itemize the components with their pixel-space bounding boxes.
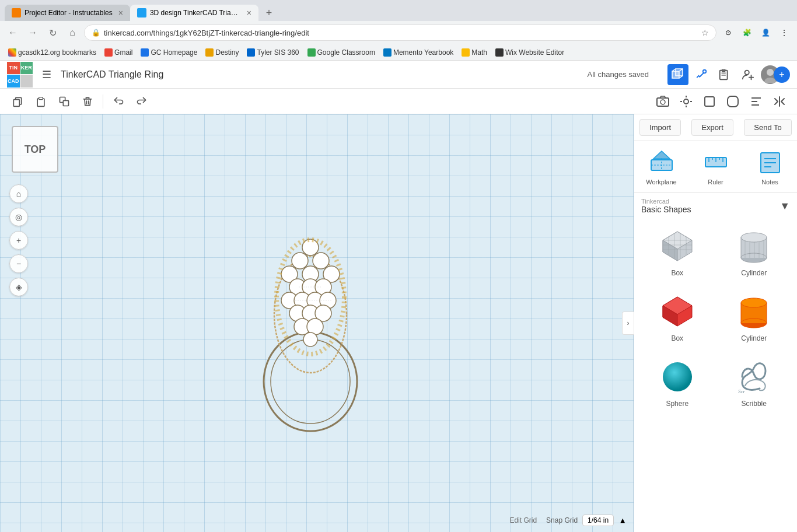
shape-outline-btn[interactable] bbox=[699, 91, 720, 112]
svg-point-10 bbox=[745, 70, 749, 74]
tab-title-tinkercad: 3D design TinkerCAD Triangle R... bbox=[150, 9, 241, 17]
shape-label-box-red: Box bbox=[671, 334, 683, 342]
ruler-tool[interactable]: Ruler bbox=[695, 148, 736, 186]
bookmark-wix[interactable]: Wix Website Editor bbox=[492, 47, 568, 58]
camera-view-btn[interactable] bbox=[652, 91, 673, 112]
notes-tool[interactable]: Notes bbox=[750, 148, 791, 186]
import-btn[interactable]: Import bbox=[639, 119, 681, 136]
send-to-btn[interactable]: Send To bbox=[744, 119, 791, 136]
canvas-collapse-btn[interactable]: › bbox=[622, 312, 634, 335]
forward-button[interactable]: → bbox=[25, 24, 41, 41]
bookmark-gmail[interactable]: Gmail bbox=[101, 47, 136, 58]
notes-icon bbox=[756, 148, 784, 176]
workplane-tool[interactable]: Workplane bbox=[641, 148, 682, 186]
bookmark-favicon-classroom bbox=[307, 48, 316, 57]
header-actions: + bbox=[667, 64, 790, 85]
rp-tools: Workplane Ruler bbox=[634, 141, 797, 193]
bookmark-favicon-wix bbox=[495, 48, 504, 57]
logo-cell-ker: KER bbox=[20, 62, 33, 75]
canvas-area[interactable]: TOP ⌂ ◎ + − ◈ bbox=[0, 114, 634, 532]
tab-title-instructables: Project Editor - Instructables bbox=[25, 9, 113, 17]
home-view-btn[interactable]: ⌂ bbox=[9, 184, 28, 203]
svg-rect-20 bbox=[63, 100, 68, 106]
bookmark-gc-homepage[interactable]: GC Homepage bbox=[137, 47, 201, 58]
shape-scribble[interactable]: Scr Scribble bbox=[718, 352, 791, 412]
svg-rect-29 bbox=[728, 96, 738, 107]
extensions-icon[interactable]: 🧩 bbox=[739, 24, 755, 41]
shape-box-gray[interactable]: Box bbox=[641, 221, 714, 282]
tab-close-instructables[interactable]: × bbox=[118, 8, 123, 18]
fit-view-btn[interactable]: ◎ bbox=[9, 208, 28, 226]
snap-grid-value[interactable]: 1/64 in bbox=[582, 514, 614, 526]
new-tab-button[interactable]: + bbox=[261, 5, 277, 21]
light-btn[interactable] bbox=[676, 91, 697, 112]
svg-point-5 bbox=[703, 69, 707, 73]
library-category: Tinkercad bbox=[641, 198, 691, 205]
home-nav-button[interactable]: ⌂ bbox=[64, 24, 81, 41]
shape-label-cylinder-orange: Cylinder bbox=[741, 334, 767, 342]
add-person-button[interactable] bbox=[737, 64, 758, 85]
tab-tinkercad[interactable]: 3D design TinkerCAD Triangle R... × bbox=[130, 5, 258, 21]
expand-snap-icon[interactable]: ▲ bbox=[618, 516, 627, 525]
more-options-icon[interactable]: ⋮ bbox=[776, 24, 792, 41]
duplicate-toolbar-btn[interactable] bbox=[54, 91, 75, 112]
align-btn[interactable] bbox=[746, 91, 767, 112]
app-menu-icon[interactable]: ☰ bbox=[40, 66, 54, 83]
undo-toolbar-btn[interactable] bbox=[108, 91, 129, 112]
shape-img-box-gray bbox=[654, 226, 701, 267]
shape-sphere-teal[interactable]: Sphere bbox=[641, 352, 714, 412]
redo-toolbar-btn[interactable] bbox=[131, 91, 152, 112]
cast-icon[interactable]: ⊙ bbox=[720, 24, 736, 41]
bookmark-math[interactable]: Math bbox=[458, 47, 491, 58]
svg-point-98 bbox=[741, 298, 767, 307]
back-button[interactable]: ← bbox=[5, 24, 21, 41]
view-label: TOP bbox=[12, 126, 58, 173]
build-mode-button[interactable] bbox=[691, 64, 712, 85]
compass-btn[interactable]: ◈ bbox=[9, 278, 28, 296]
zoom-out-btn[interactable]: − bbox=[9, 254, 28, 273]
copy-toolbar-btn[interactable] bbox=[7, 91, 28, 112]
workplane-label: Workplane bbox=[646, 178, 676, 186]
bookmark-destiny[interactable]: Destiny bbox=[202, 47, 242, 58]
bookmark-tyler[interactable]: Tyler SIS 360 bbox=[243, 47, 302, 58]
svg-rect-16 bbox=[13, 99, 19, 106]
svg-point-37 bbox=[292, 253, 308, 269]
profile-icon[interactable]: 👤 bbox=[757, 24, 774, 41]
bookmark-classroom[interactable]: Google Classroom bbox=[304, 47, 379, 58]
bookmark-label-memento: Memento Yearbook bbox=[393, 48, 453, 57]
edit-grid-btn[interactable]: Edit Grid bbox=[505, 514, 541, 527]
tab-close-tinkercad[interactable]: × bbox=[247, 8, 251, 18]
zoom-in-btn[interactable]: + bbox=[9, 231, 28, 250]
bookmark-star-icon[interactable]: ☆ bbox=[701, 28, 709, 37]
ruler-icon bbox=[702, 148, 730, 176]
export-btn[interactable]: Export bbox=[691, 119, 733, 136]
bookmark-gcasdk[interactable]: gcasdk12.org bookmarks bbox=[5, 47, 100, 58]
tab-favicon-instructables bbox=[12, 8, 21, 18]
shape-label-scribble: Scribble bbox=[742, 400, 767, 408]
library-dropdown-btn[interactable]: ▼ bbox=[779, 200, 790, 212]
bookmarks-bar: gcasdk12.org bookmarks Gmail GC Homepage… bbox=[0, 44, 797, 61]
clipboard-button[interactable] bbox=[714, 64, 735, 85]
tab-instructables[interactable]: Project Editor - Instructables × bbox=[5, 5, 130, 21]
tinkercad-logo[interactable]: TIN KER CAD bbox=[7, 62, 33, 88]
shape-box-red[interactable]: Box bbox=[641, 286, 714, 347]
shapes-grid: Box bbox=[641, 221, 790, 412]
address-bar[interactable]: 🔒 tinkercad.com/things/1gkY62BtjZT-tinke… bbox=[84, 24, 716, 41]
shape-rounded-btn[interactable] bbox=[722, 91, 743, 112]
shape-cylinder-gray[interactable]: Cylinder bbox=[718, 221, 791, 282]
shape-img-cylinder-orange bbox=[730, 291, 777, 332]
paste-toolbar-btn[interactable] bbox=[30, 91, 51, 112]
view-cube-button[interactable] bbox=[667, 64, 688, 85]
reload-button[interactable]: ↻ bbox=[44, 24, 61, 41]
lock-icon: 🔒 bbox=[92, 29, 100, 37]
bookmark-favicon-gmail bbox=[104, 48, 113, 57]
mirror-btn[interactable] bbox=[769, 91, 790, 112]
svg-point-102 bbox=[663, 362, 692, 391]
ruler-label: Ruler bbox=[708, 178, 723, 186]
address-text: tinkercad.com/things/1gkY62BtjZT-tinkerc… bbox=[104, 29, 697, 37]
svg-point-23 bbox=[684, 99, 688, 104]
add-user-button[interactable]: + bbox=[774, 66, 790, 83]
shape-cylinder-orange[interactable]: Cylinder bbox=[718, 286, 791, 347]
delete-toolbar-btn[interactable] bbox=[77, 91, 98, 112]
bookmark-memento[interactable]: Memento Yearbook bbox=[380, 47, 457, 58]
